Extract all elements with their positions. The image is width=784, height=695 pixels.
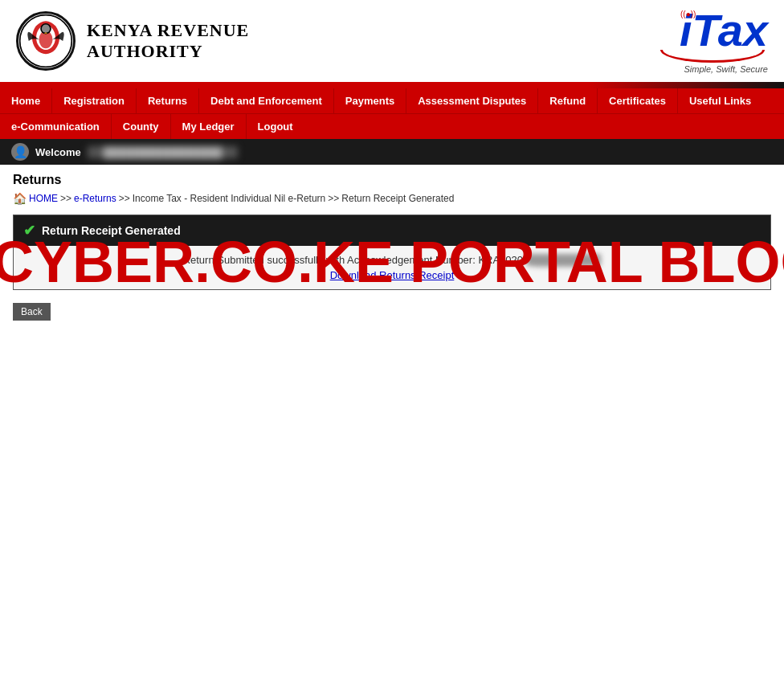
wifi-icon: ((●)) [680, 10, 696, 18]
itax-tagline: Simple, Swift, Secure [684, 64, 768, 74]
kra-name-line1: Kenya Revenue [87, 20, 249, 41]
svg-point-5 [42, 25, 50, 33]
kra-emblem [16, 11, 76, 71]
kra-logo-svg [18, 14, 73, 68]
nav-certificates[interactable]: Certificates [598, 88, 677, 113]
itax-logo-section: ((●)) i Tax Simple, Swift, Secure [660, 8, 768, 74]
kra-logo-section: Kenya Revenue Authority [16, 11, 249, 71]
breadcrumb-sep1: >> [60, 193, 71, 204]
nav-returns[interactable]: Returns [137, 88, 198, 113]
back-button-container: Back [13, 303, 51, 321]
ack-text-row: Return Submitted successfully with Ackno… [22, 254, 762, 266]
header-divider [0, 82, 784, 88]
nav-e-communication[interactable]: e-Communication [0, 114, 111, 139]
breadcrumb-section: Income Tax - Resident Individual Nil e-R… [133, 193, 326, 204]
breadcrumb-e-returns[interactable]: e-Returns [74, 193, 116, 204]
breadcrumb-sep2: >> [119, 193, 130, 204]
user-icon: 👤 [11, 143, 29, 161]
itax-logo: ((●)) i Tax [680, 8, 768, 53]
kra-name: Kenya Revenue Authority [87, 20, 249, 63]
breadcrumb-current: Return Receipt Generated [341, 193, 454, 204]
header: Kenya Revenue Authority ((●)) i Tax Simp… [0, 0, 784, 82]
nav-useful-links[interactable]: Useful Links [678, 88, 762, 113]
download-link-row: Download Returns Receipt [22, 269, 762, 281]
page-title: Returns [13, 173, 771, 187]
nav-payments[interactable]: Payments [334, 88, 406, 113]
kra-name-line2: Authority [87, 41, 249, 62]
back-button[interactable]: Back [13, 303, 51, 321]
main-content: Returns 🏠 HOME >> e-Returns >> Income Ta… [0, 165, 784, 566]
nav-debt-enforcement[interactable]: Debt and Enforcement [199, 88, 333, 113]
breadcrumb: 🏠 HOME >> e-Returns >> Income Tax - Resi… [13, 192, 771, 205]
nav-assessment-disputes[interactable]: Assessment Disputes [406, 88, 537, 113]
welcome-text: Welcome [35, 146, 81, 158]
download-returns-receipt-link[interactable]: Download Returns Receipt [330, 269, 455, 281]
nav-county[interactable]: County [112, 114, 170, 139]
welcome-bar: 👤 Welcome ████████████████ [0, 139, 784, 165]
nav-refund[interactable]: Refund [538, 88, 597, 113]
nav-home[interactable]: Home [0, 88, 51, 113]
nav-row2: e-Communication County My Ledger Logout [0, 113, 784, 139]
username-blurred: ████████████████ [88, 146, 238, 158]
nav-logout[interactable]: Logout [247, 114, 304, 139]
ack-number: ████████ [526, 254, 602, 266]
receipt-header-text: Return Receipt Generated [42, 224, 181, 237]
home-icon: 🏠 [13, 192, 27, 205]
breadcrumb-sep3: >> [328, 193, 339, 204]
ack-text: Return Submitted successfully with Ackno… [183, 254, 523, 266]
green-check-icon: ✔ [23, 222, 35, 239]
receipt-body: Return Submitted successfully with Ackno… [14, 246, 770, 289]
nav-row1: Home Registration Returns Debt and Enfor… [0, 88, 784, 113]
itax-tax-text: Tax [692, 8, 768, 53]
receipt-header-bar: ✔ Return Receipt Generated [14, 215, 770, 246]
breadcrumb-home[interactable]: HOME [29, 193, 58, 204]
nav-registration[interactable]: Registration [52, 88, 136, 113]
nav-my-ledger[interactable]: My Ledger [171, 114, 246, 139]
receipt-box: ✔ Return Receipt Generated Return Submit… [13, 215, 771, 290]
